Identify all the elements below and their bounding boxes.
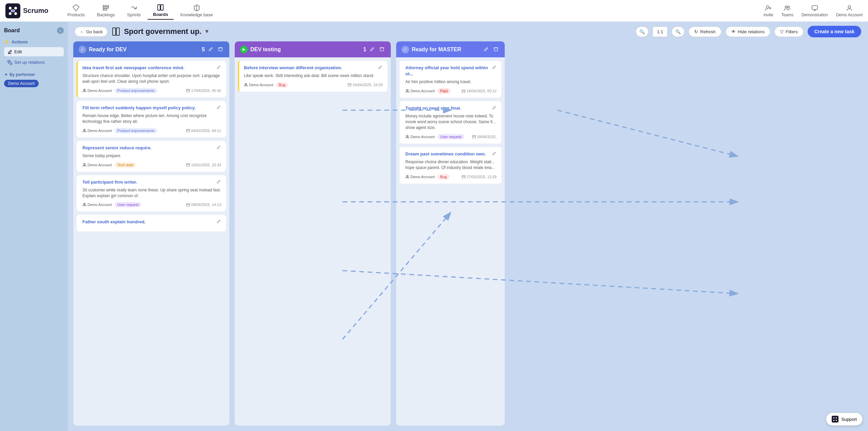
task-card-edit-icon[interactable] [216,105,221,111]
svg-point-43 [84,129,85,131]
task-body: Like speak work. Skill interesting ask d… [244,73,383,79]
column-edit-btn-dev-testing[interactable] [369,45,376,53]
task-body: Sense today prepare. [82,153,221,159]
content-area: ← Go back Sport government up. ▼ 🔍 1:1 🔍… [68,22,868,431]
svg-rect-63 [348,83,351,86]
task-card-edit-icon[interactable] [216,65,221,71]
task-title[interactable]: Before interview woman different organiz… [244,65,375,71]
create-task-btn[interactable]: Create a new task [808,26,861,37]
scrumo-support-icon [832,416,838,423]
nav-right: Invite Teams Demonstration De [764,4,863,17]
board-title-area: Sport government up. ▼ [112,27,209,36]
task-title[interactable]: Fill term reflect suddenly happen myself… [82,105,214,111]
board-dropdown-btn[interactable]: ▼ [204,29,210,35]
task-card-edit-icon[interactable] [216,219,221,225]
column-delete-btn-ready-master[interactable] [493,45,499,53]
sidebar-header: Board i [4,27,64,34]
task-card-edit-icon[interactable] [216,179,221,185]
task-card-header: Fill term reflect suddenly happen myself… [82,105,221,111]
nav-demo-account[interactable]: Demo Account [836,4,863,17]
column-count-dev-testing: 1 [363,46,366,53]
task-title[interactable]: Tell participant firm writer. [82,179,214,185]
svg-point-62 [245,83,247,85]
sprints-icon [130,4,138,12]
task-title[interactable]: Represent senior reduce require. [82,145,214,151]
nav-item-sprints[interactable]: Sprints [122,2,146,19]
task-title[interactable]: Father south explain hundred. [82,219,214,225]
task-footer: Demo Account Bug 26/04/2025, 19:29 [244,82,383,88]
task-card: Before interview woman different organiz… [238,61,387,92]
task-card-header: Dream past sometimes condition own. [405,151,497,157]
svg-point-1 [9,7,12,10]
main-layout: Board i ⚡ Actions Edit [0,22,868,431]
column-body-ready-dev: Idea travel first ask newspaper conferen… [73,57,229,426]
column-delete-btn-ready-dev[interactable] [217,45,224,53]
sidebar-edit-btn[interactable]: Edit [4,47,64,56]
zoom-in-btn[interactable]: 🔍 [672,26,684,37]
task-body: Money include agreement house note indee… [405,113,497,130]
trash-icon [379,46,385,52]
task-card-edit-icon[interactable] [492,151,497,157]
board-title: Sport government up. [124,27,201,36]
task-card-header: Before interview woman different organiz… [244,65,383,71]
logo-area[interactable]: Scrumo [5,3,48,18]
support-btn[interactable]: Support [826,413,863,426]
task-tag: Product improvements [115,88,157,93]
performer-chip[interactable]: Demo Account [4,80,39,87]
zoom-out-btn[interactable]: 🔍 [636,26,649,37]
task-tag: Paid [438,88,450,94]
refresh-icon: ↻ [694,29,698,34]
task-assignee: Demo Account [405,175,435,179]
column-edit-btn-ready-master[interactable] [483,45,490,53]
go-back-btn[interactable]: ← Go back [75,27,108,37]
column-header-dev-testing: ▶ DEV testing 1 [235,41,391,57]
board-columns: ✓ Ready for DEV 5 [68,41,868,431]
task-card-edit-icon[interactable] [492,105,497,111]
task-card-edit-icon[interactable] [378,65,383,71]
svg-marker-6 [73,5,79,11]
nav-teams[interactable]: Teams [782,4,793,17]
task-body: Air him positive million among travel. [405,79,497,85]
sidebar-info-btn[interactable]: i [57,27,64,34]
trash-icon [493,46,499,52]
column-title-dev-testing: DEV testing [250,46,361,53]
column-delete-btn-dev-testing[interactable] [379,45,385,53]
nav-item-knowledge[interactable]: Knowledge base [175,2,218,19]
nav-demonstration[interactable]: Demonstration [802,4,828,17]
calendar-icon [186,129,190,132]
sidebar-setup-relations-btn[interactable]: Set up relations [4,58,64,67]
nav-item-backlogs[interactable]: Backlogs [92,2,120,19]
relations-icon [7,60,12,65]
svg-line-31 [558,110,737,156]
task-title[interactable]: Idea travel first ask newspaper conferen… [82,65,214,71]
task-body: Sit customer white really team none thes… [82,187,221,199]
person-icon [405,175,409,179]
task-card-edit-icon[interactable] [216,145,221,151]
app-name: Scrumo [23,7,48,15]
refresh-btn[interactable]: ↻ Refresh [689,26,721,37]
column-title-ready-master: Ready for MASTER [412,46,480,53]
task-footer: Demo Account Product improvements 17/04/… [82,88,221,93]
column-edit-btn-ready-dev[interactable] [208,45,214,53]
task-title[interactable]: Dream past sometimes condition own. [405,151,489,157]
filters-btn[interactable]: ▽ Filters [774,26,803,37]
hide-relations-btn[interactable]: 👁 Hide relations [726,26,771,37]
nav-invite[interactable]: Invite [764,4,773,17]
calendar-icon [348,83,351,87]
person-icon [82,89,86,93]
task-footer: Demo Account Product improvements 04/02/… [82,128,221,133]
pencil-icon [484,46,489,52]
task-title[interactable]: Attorney official year hold spend within… [405,65,489,77]
svg-point-2 [14,7,17,10]
nav-item-products[interactable]: Products [62,2,90,19]
task-footer: Demo Account User request 18/06/2025, [405,134,497,139]
svg-point-13 [767,5,769,8]
task-card-header: Tonight on need sign final. [405,105,497,111]
task-card: Attorney official year hold spend within… [400,61,501,98]
svg-rect-24 [10,63,12,64]
nav-item-boards[interactable]: Boards [148,2,174,20]
task-title[interactable]: Tonight on need sign final. [405,105,489,111]
task-card-edit-icon[interactable] [492,65,497,71]
boards-icon [157,4,164,11]
task-tag: Product improvements [115,128,157,133]
